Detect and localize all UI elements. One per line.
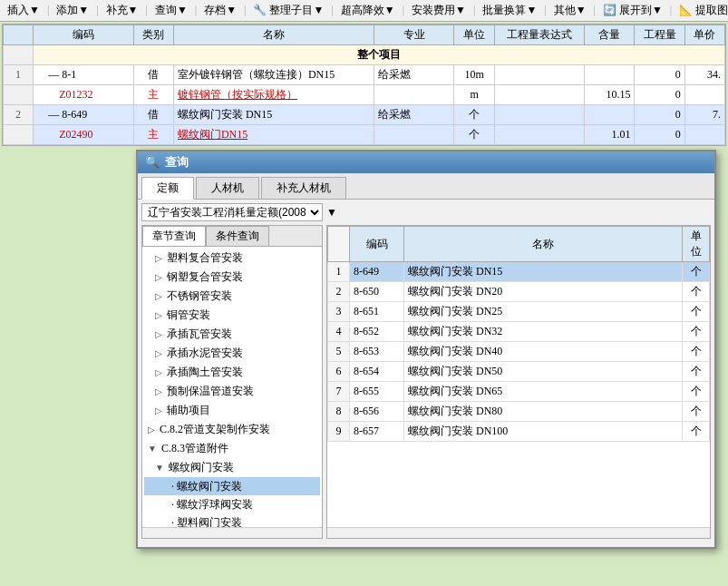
result-row-num: 9	[328, 422, 350, 442]
result-row-name: 螺纹阀门安装 DN80	[404, 402, 683, 422]
result-row-name: 螺纹阀门安装 DN25	[404, 302, 683, 322]
result-panel: 编码 名称 单位 1 8-649 螺纹阀门安装 DN15 个 2 8-650 螺…	[326, 225, 711, 539]
expand-icon: ▼	[148, 444, 157, 454]
row1s-code[interactable]: Z01232	[34, 85, 134, 105]
row1-minus-icon: —	[48, 68, 62, 81]
tree-item[interactable]: ▷ 承插瓦管安装	[144, 325, 320, 344]
result-row-unit: 个	[683, 262, 710, 282]
tree-item[interactable]: ▼ C.8.3管道附件	[144, 439, 320, 458]
row2-minus-icon: —	[48, 108, 62, 121]
tree-item[interactable]: ▷ C.8.2管道支架制作安装	[144, 420, 320, 439]
toolbar-instfee[interactable]: 安装费用▼	[408, 2, 470, 19]
tree-scrollbar[interactable]	[142, 527, 322, 538]
result-row-num: 5	[328, 342, 350, 362]
result-table-row[interactable]: 3 8-651 螺纹阀门安装 DN25 个	[328, 302, 710, 322]
result-row-num: 1	[328, 262, 350, 282]
tree-tab-chapter[interactable]: 章节查询	[142, 226, 206, 246]
expand-icon: ▷	[155, 310, 162, 320]
result-table-row[interactable]: 9 8-657 螺纹阀门安装 DN100 个	[328, 422, 710, 442]
expand-icon: ▷	[155, 253, 162, 263]
tree-item[interactable]: ▷ 承插水泥管安装	[144, 344, 320, 363]
tree-item[interactable]: ▷ 预制保温管道安装	[144, 382, 320, 401]
row2-code[interactable]: — 8-649	[34, 105, 134, 125]
result-table-row[interactable]: 8 8-656 螺纹阀门安装 DN80 个	[328, 402, 710, 422]
tab-quota[interactable]: 定额	[141, 177, 194, 200]
toolbar-query[interactable]: 查询▼	[151, 2, 191, 19]
tab-material[interactable]: 人材机	[196, 177, 259, 199]
result-table-row[interactable]: 1 8-649 螺纹阀门安装 DN15 个	[328, 262, 710, 282]
toolbar-extract[interactable]: 📐 提取图	[675, 2, 728, 19]
quota-library-select[interactable]: 辽宁省安装工程消耗量定额(2008）	[141, 203, 323, 221]
row2-name[interactable]: 螺纹阀门安装 DN15	[173, 105, 374, 125]
row1-code[interactable]: — 8-1	[34, 65, 134, 85]
table-row[interactable]: 2 — 8-649 借 螺纹阀门安装 DN15 给采燃 个 0 7.	[4, 105, 725, 125]
result-row-name: 螺纹阀门安装 DN20	[404, 282, 683, 302]
tree-item[interactable]: · 螺纹浮球阀安装	[144, 495, 320, 513]
tree-item[interactable]: · 塑料阀门安装	[144, 513, 320, 527]
toolbar-other[interactable]: 其他▼	[550, 2, 590, 19]
result-row-num: 2	[328, 282, 350, 302]
result-row-name: 螺纹阀门安装 DN40	[404, 342, 683, 362]
tree-item[interactable]: ▷ 辅助项目	[144, 401, 320, 420]
result-row-unit: 个	[683, 422, 710, 442]
row2-price: 7.	[684, 105, 724, 125]
toolbar-organize[interactable]: 🔧 整理子目▼	[249, 2, 327, 19]
result-row-code: 8-649	[350, 262, 404, 282]
tree-tab-condition[interactable]: 条件查询	[206, 226, 269, 246]
row2s-spec	[374, 125, 454, 145]
tree-item[interactable]: ▷ 承插陶土管安装	[144, 363, 320, 382]
tree-item[interactable]: ▷ 铜管安装	[144, 306, 320, 325]
row2-formula	[494, 105, 585, 125]
expand-icon: ▷	[155, 367, 162, 377]
result-col-num	[328, 227, 350, 262]
row2s-name[interactable]: 螺纹阀门DN15	[173, 125, 374, 145]
row1-price: 34.	[684, 65, 724, 85]
result-col-code-header: 编码	[350, 227, 404, 262]
result-scroll-area[interactable]: 编码 名称 单位 1 8-649 螺纹阀门安装 DN15 个 2 8-650 螺…	[327, 226, 710, 527]
toolbar-save[interactable]: 存档▼	[200, 2, 240, 19]
row1s-workqty: 0	[635, 85, 684, 105]
result-table-row[interactable]: 6 8-654 螺纹阀门安装 DN50 个	[328, 362, 710, 382]
result-row-code: 8-652	[350, 322, 404, 342]
expand-icon: ▷	[148, 425, 155, 435]
result-row-num: 3	[328, 302, 350, 322]
toolbar-expand[interactable]: 🔄 展开到▼	[599, 2, 666, 19]
tree-item[interactable]: ▷ 钢塑复合管安装	[144, 268, 320, 287]
row2s-code[interactable]: Z02490	[34, 125, 134, 145]
result-row-unit: 个	[683, 362, 710, 382]
row1-name[interactable]: 室外镀锌钢管（螺纹连接）DN15	[173, 65, 374, 85]
tree-item-selected[interactable]: · 螺纹阀门安装	[144, 477, 320, 495]
tab-supplement[interactable]: 补充人材机	[261, 177, 346, 199]
toolbar-batch[interactable]: 批量换算▼	[479, 2, 540, 19]
toolbar-add[interactable]: 添加▼	[53, 2, 92, 19]
toolbar-higheff[interactable]: 超高降效▼	[337, 2, 399, 19]
row2-qty	[585, 105, 635, 125]
toolbar-fill[interactable]: 补充▼	[102, 2, 142, 19]
result-scrollbar[interactable]	[327, 527, 710, 538]
toolbar-insert[interactable]: 插入▼	[4, 2, 44, 19]
row1s-num	[4, 85, 34, 105]
col-workqty-header: 工程量	[635, 25, 684, 45]
row2s-workqty: 0	[635, 125, 684, 145]
row2s-type: 主	[133, 125, 173, 145]
project-title: 整个项目	[34, 45, 725, 65]
result-table-row[interactable]: 5 8-653 螺纹阀门安装 DN40 个	[328, 342, 710, 362]
tree-item[interactable]: ▷ 塑料复合管安装	[144, 249, 320, 268]
sep2: |	[94, 4, 100, 17]
row2-workqty: 0	[635, 105, 684, 125]
row1s-name[interactable]: 镀锌钢管（按实际规格）	[173, 85, 374, 105]
result-table-row[interactable]: 4 8-652 螺纹阀门安装 DN32 个	[328, 322, 710, 342]
dialog-titlebar: 🔍 查询	[138, 151, 714, 173]
table-row[interactable]: Z01232 主 镀锌钢管（按实际规格） m 10.15 0	[4, 85, 725, 105]
result-table-row[interactable]: 2 8-650 螺纹阀门安装 DN20 个	[328, 282, 710, 302]
dialog-filter-row: 辽宁省安装工程消耗量定额(2008） ▼	[141, 203, 711, 221]
tree-item[interactable]: ▼ 螺纹阀门安装	[144, 458, 320, 477]
tree-item[interactable]: ▷ 不锈钢管安装	[144, 287, 320, 306]
result-table-row[interactable]: 7 8-655 螺纹阀门安装 DN65 个	[328, 382, 710, 402]
result-row-num: 8	[328, 402, 350, 422]
row1s-spec	[374, 85, 454, 105]
result-row-code: 8-657	[350, 422, 404, 442]
col-price-header: 单价	[684, 25, 724, 45]
table-row[interactable]: 1 — 8-1 借 室外镀锌钢管（螺纹连接）DN15 给采燃 10m 0 34.	[4, 65, 725, 85]
table-row[interactable]: Z02490 主 螺纹阀门DN15 个 1.01 0	[4, 125, 725, 145]
